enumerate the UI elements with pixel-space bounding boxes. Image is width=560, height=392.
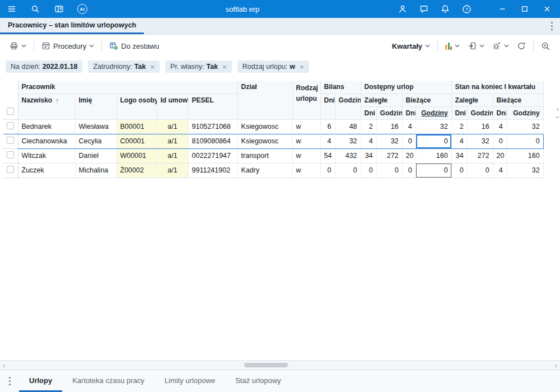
col-header-stan-zalegle-godziny[interactable]: Godziny — [467, 106, 493, 119]
cell[interactable]: Daniel — [75, 148, 116, 163]
row-checkbox[interactable] — [7, 151, 14, 158]
cell[interactable]: Cecylia — [75, 134, 116, 148]
cell[interactable]: 160 — [416, 148, 451, 163]
ai-assistant-icon[interactable]: AI — [77, 4, 87, 14]
row-checkbox[interactable] — [7, 122, 14, 129]
cell[interactable]: 4 — [493, 119, 506, 134]
cell[interactable]: 32 — [416, 119, 451, 134]
tabstrip-overflow-menu-icon[interactable] — [543, 18, 560, 34]
cell[interactable]: 0022271947 — [188, 148, 237, 163]
cell[interactable]: 0 — [320, 163, 335, 178]
col-header-biezace-dni[interactable]: Dni — [402, 106, 416, 119]
cell[interactable]: 272 — [376, 148, 402, 163]
table-row[interactable]: ŻuczekMichalinaŻ00002a/19911241902Kadryw… — [3, 163, 543, 178]
col-header-zalegle-dni[interactable]: Dni — [361, 106, 376, 119]
cell[interactable]: 32 — [506, 119, 543, 134]
cell[interactable]: 9105271068 — [188, 119, 237, 134]
cell[interactable]: Wiesława — [75, 119, 116, 134]
cell[interactable]: 32 — [467, 134, 493, 148]
col-header-id-umowy[interactable]: Id umowy — [157, 94, 188, 119]
scrollbar-thumb[interactable] — [244, 363, 288, 367]
cell[interactable]: 8109080864 — [188, 134, 237, 148]
table-row[interactable]: BednarekWiesławaB00001a/19105271068Ksieg… — [3, 119, 543, 134]
do-zestawu-button[interactable]: Do zestawu — [105, 39, 163, 53]
cell[interactable]: 0 — [416, 163, 451, 178]
chevron-down-icon[interactable]: › — [554, 116, 560, 118]
cell[interactable]: Ż00002 — [116, 163, 157, 178]
cell[interactable]: Ksiegowosc — [237, 119, 292, 134]
cell[interactable]: 0 — [402, 134, 416, 148]
bottom-tab-sta-urlopowy[interactable]: Staż urlopowy — [225, 370, 291, 392]
cell[interactable]: 6 — [320, 119, 335, 134]
col-header-nazwisko[interactable]: Nazwisko↑ — [18, 94, 75, 119]
cell[interactable]: 0 — [467, 163, 493, 178]
cell[interactable]: C00001 — [116, 134, 157, 148]
cell[interactable]: 48 — [335, 119, 361, 134]
row-checkbox-cell[interactable] — [3, 163, 18, 178]
select-all-checkbox[interactable] — [7, 108, 14, 115]
chart-view-button[interactable] — [441, 39, 464, 53]
search-records-button[interactable] — [537, 39, 554, 54]
kwartaly-dropdown[interactable]: Kwartały — [388, 39, 434, 53]
cell[interactable]: a/1 — [157, 148, 188, 163]
cell[interactable]: Michalina — [75, 163, 116, 178]
cell[interactable]: 0 — [335, 163, 361, 178]
minimize-icon[interactable] — [497, 4, 507, 14]
print-button[interactable] — [6, 39, 30, 53]
settings-button[interactable] — [488, 39, 513, 53]
cell[interactable]: 32 — [506, 163, 543, 178]
cell[interactable]: Bednarek — [18, 119, 75, 134]
maximize-icon[interactable] — [520, 4, 530, 14]
col-header-biezace-godziny[interactable]: Godziny — [416, 106, 451, 119]
chat-icon[interactable] — [419, 4, 429, 14]
cell[interactable]: 0 — [376, 163, 402, 178]
horizontal-scrollbar[interactable]: ‹ › — [0, 360, 560, 370]
cell[interactable]: a/1 — [157, 163, 188, 178]
cell[interactable]: 16 — [467, 119, 493, 134]
cell[interactable]: 16 — [376, 119, 402, 134]
filter-chip-close-icon[interactable]: × — [222, 63, 227, 71]
cell[interactable]: 34 — [361, 148, 376, 163]
bottom-tabs-menu-icon[interactable] — [0, 370, 19, 392]
scroll-right-icon[interactable]: › — [555, 361, 557, 370]
col-header-pesel[interactable]: PESEL — [188, 94, 237, 119]
bottom-tab-kartoteka-czasu-pracy[interactable]: Kartoteka czasu pracy — [62, 370, 155, 392]
cell[interactable]: Żuczek — [18, 163, 75, 178]
cell[interactable]: 0 — [493, 134, 506, 148]
cell[interactable]: 2 — [361, 119, 376, 134]
cell[interactable]: 4 — [361, 134, 376, 148]
cell[interactable]: 20 — [493, 148, 506, 163]
modules-icon[interactable] — [54, 4, 64, 14]
notifications-bell-icon[interactable] — [440, 4, 450, 14]
cell[interactable]: Ciechanowska — [18, 134, 75, 148]
cell[interactable]: 0 — [361, 163, 376, 178]
cell[interactable]: transport — [237, 148, 292, 163]
cell[interactable]: 4 — [451, 134, 467, 148]
search-icon[interactable] — [30, 4, 40, 14]
row-checkbox-cell[interactable] — [3, 119, 18, 134]
tab-pracownicy-stan-limitow[interactable]: Pracownicy – stan limitów urlopowych — [0, 18, 144, 34]
cell[interactable]: w — [292, 163, 320, 178]
cell[interactable]: 0 — [451, 163, 467, 178]
close-icon[interactable] — [542, 4, 552, 14]
cell[interactable]: 4 — [402, 119, 416, 134]
cell[interactable]: 34 — [451, 148, 467, 163]
cell[interactable]: 432 — [335, 148, 361, 163]
cell[interactable]: Kadry — [237, 163, 292, 178]
filter-chip-close-icon[interactable]: × — [300, 63, 304, 71]
bottom-tab-urlopy[interactable]: Urlopy — [19, 370, 62, 392]
cell[interactable]: a/1 — [157, 134, 188, 148]
export-button[interactable] — [464, 39, 488, 53]
table-row[interactable]: CiechanowskaCecyliaC00001a/18109080864Ks… — [3, 134, 543, 148]
filter-chip[interactable]: Rodzaj urlopu:w× — [237, 60, 309, 73]
cell[interactable]: 272 — [467, 148, 493, 163]
col-header-rodzaj-urlopu[interactable]: Rodzaj urlopu — [292, 81, 320, 119]
collapse-panel-icon[interactable]: ‹ — [557, 105, 559, 113]
col-header-logo-osoby[interactable]: Logo osoby — [116, 94, 157, 119]
row-checkbox[interactable] — [7, 166, 14, 173]
cell[interactable]: Ksiegowosc — [237, 134, 292, 148]
cell[interactable]: 0 — [506, 134, 543, 148]
user-icon[interactable] — [398, 4, 408, 14]
cell[interactable]: 0 — [416, 134, 451, 148]
cell[interactable]: 0 — [402, 163, 416, 178]
